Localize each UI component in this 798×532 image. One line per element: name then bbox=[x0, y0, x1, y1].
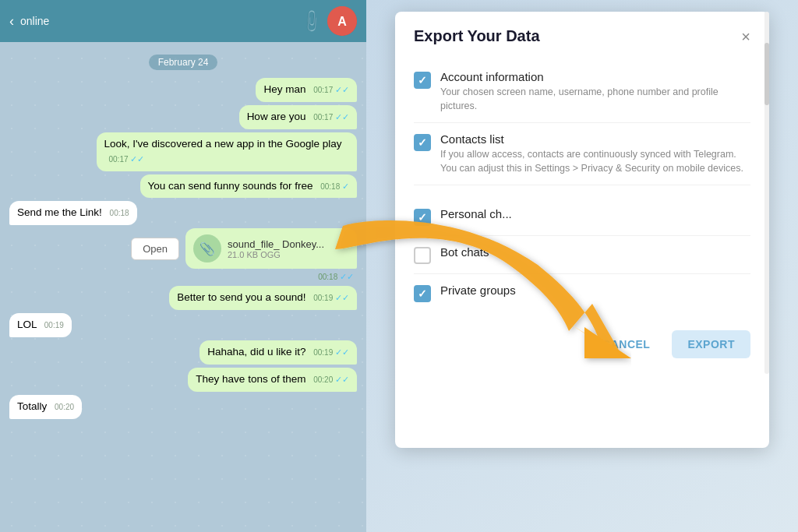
checkmark-icon: ✓ bbox=[418, 136, 427, 149]
message-text: How are you bbox=[247, 111, 306, 122]
message-app-discovery: Look, I've discovered a new app in the G… bbox=[97, 132, 358, 171]
avatar: A bbox=[327, 6, 357, 36]
message-meta: 00:19 ✓✓ bbox=[313, 348, 349, 357]
file-message-time: 00:18 ✓✓ bbox=[318, 273, 354, 281]
message-funny-sounds: You can send funny sounds for free 00:18… bbox=[140, 174, 357, 199]
bot-checkbox[interactable] bbox=[414, 247, 431, 264]
message-meta: 00:17 ✓✓ bbox=[313, 86, 349, 94]
message-meta: 00:18 ✓ bbox=[320, 182, 349, 191]
contacts-desc: If you allow access, contacts are contin… bbox=[440, 148, 750, 175]
scrollbar-thumb bbox=[764, 43, 769, 105]
section-gap bbox=[414, 185, 750, 198]
chat-header: ‹ online 📎 A bbox=[0, 0, 366, 42]
export-dialog: Export Your Data × ✓ Account information… bbox=[395, 12, 769, 448]
account-checkbox[interactable]: ✓ bbox=[414, 72, 431, 89]
cancel-button[interactable]: CANCEL bbox=[593, 332, 659, 357]
open-file-button[interactable]: Open bbox=[131, 238, 179, 260]
export-item-personal: ✓ Personal ch... bbox=[414, 198, 750, 236]
private-checkbox-wrapper: ✓ bbox=[414, 285, 431, 302]
message-text: LOL bbox=[17, 319, 37, 330]
message-text: They have tons of them bbox=[196, 373, 305, 385]
checkmark-icon: ✓ bbox=[418, 211, 427, 224]
message-meta: 00:19 bbox=[44, 321, 64, 329]
dialog-body: ✓ Account information Your chosen screen… bbox=[395, 55, 769, 318]
private-item-content: Private groups bbox=[440, 284, 750, 299]
contacts-label: Contacts list bbox=[440, 132, 750, 146]
chat-body: February 24 Hey man 00:17 ✓✓ How are you… bbox=[0, 42, 366, 532]
message-text: Totally bbox=[17, 400, 47, 412]
back-arrow-icon[interactable]: ‹ bbox=[9, 13, 14, 30]
file-name: sound_file_ Donkey... bbox=[228, 238, 324, 250]
checkmark-icon: ✓ bbox=[418, 287, 427, 300]
message-send-link: Send me the Link! 00:18 bbox=[9, 201, 137, 225]
message-how-are-you: How are you 00:17 ✓✓ bbox=[239, 105, 357, 129]
attachment-icon: 📎 bbox=[298, 8, 325, 35]
message-hey-man: Hey man 00:17 ✓✓ bbox=[256, 78, 357, 102]
message-text: You can send funny sounds for free bbox=[148, 180, 313, 192]
message-meta: 00:19 ✓✓ bbox=[313, 294, 349, 302]
message-meta: 00:17 ✓✓ bbox=[313, 113, 349, 122]
personal-checkbox-wrapper: ✓ bbox=[414, 209, 431, 226]
account-label: Account information bbox=[440, 70, 750, 83]
message-tons-of-them: They have tons of them 00:20 ✓✓ bbox=[188, 368, 357, 392]
message-text: Look, I've discovered a new app in the G… bbox=[104, 138, 342, 150]
account-checkbox-wrapper: ✓ bbox=[414, 72, 431, 89]
message-meta: 00:20 ✓✓ bbox=[313, 375, 349, 384]
message-lol: LOL 00:19 bbox=[9, 313, 72, 337]
contacts-checkbox-wrapper: ✓ bbox=[414, 134, 431, 151]
bot-checkbox-wrapper bbox=[414, 247, 431, 264]
message-hahaha: Hahaha, did u like it? 00:19 ✓✓ bbox=[200, 340, 357, 365]
message-meta: 00:20 bbox=[55, 403, 74, 411]
message-text: Hey man bbox=[263, 83, 305, 95]
message-text: Better to send you a sound! bbox=[177, 291, 305, 303]
svg-text:A: A bbox=[337, 15, 347, 28]
personal-label: Personal ch... bbox=[440, 207, 750, 220]
contacts-item-content: Contacts list If you allow access, conta… bbox=[440, 132, 750, 175]
file-size: 21.0 KB OGG bbox=[228, 250, 324, 259]
account-item-content: Account information Your chosen screen n… bbox=[440, 70, 750, 113]
close-dialog-button[interactable]: × bbox=[741, 29, 750, 44]
checkmark-icon: ✓ bbox=[418, 74, 427, 86]
export-item-bot: Bot chats bbox=[414, 236, 750, 274]
message-text: Send me the Link! bbox=[17, 206, 102, 218]
file-info: sound_file_ Donkey... 21.0 KB OGG bbox=[228, 238, 324, 259]
personal-item-content: Personal ch... bbox=[440, 207, 750, 223]
export-item-account: ✓ Account information Your chosen screen… bbox=[414, 61, 750, 123]
private-label: Private groups bbox=[440, 284, 750, 297]
account-desc: Your chosen screen name, username, phone… bbox=[440, 86, 750, 113]
message-totally: Totally 00:20 bbox=[9, 395, 82, 419]
message-send-sound: Better to send you a sound! 00:19 ✓✓ bbox=[169, 286, 357, 310]
chat-header-right: 📎 A bbox=[302, 6, 357, 36]
message-text: Hahaha, did u like it? bbox=[207, 346, 305, 358]
message-meta: 00:18 bbox=[110, 209, 129, 217]
file-icon: 📎 bbox=[193, 234, 221, 262]
file-bubble: 📎 sound_file_ Donkey... 21.0 KB OGG bbox=[185, 228, 357, 269]
online-status: online bbox=[20, 15, 49, 27]
chat-panel: ‹ online 📎 A February 24 Hey man 00:17 ✓… bbox=[0, 0, 366, 532]
bot-item-content: Bot chats bbox=[440, 245, 750, 261]
chat-header-left: ‹ online bbox=[9, 13, 49, 30]
export-item-private: ✓ Private groups bbox=[414, 274, 750, 312]
export-button[interactable]: EXPORT bbox=[672, 330, 750, 358]
message-file: Open 📎 sound_file_ Donkey... 21.0 KB OGG… bbox=[131, 228, 357, 283]
personal-checkbox[interactable]: ✓ bbox=[414, 209, 431, 226]
message-meta: 00:17 ✓✓ bbox=[109, 155, 145, 164]
private-checkbox[interactable]: ✓ bbox=[414, 285, 431, 302]
date-divider: February 24 bbox=[9, 55, 357, 69]
export-item-contacts: ✓ Contacts list If you allow access, con… bbox=[414, 123, 750, 185]
contacts-checkbox[interactable]: ✓ bbox=[414, 134, 431, 151]
right-panel: Export Your Data × ✓ Account information… bbox=[366, 0, 798, 532]
dialog-title: Export Your Data bbox=[414, 27, 540, 45]
scrollbar-track[interactable] bbox=[764, 12, 769, 374]
dialog-header: Export Your Data × bbox=[395, 12, 769, 55]
dialog-footer: CANCEL EXPORT bbox=[395, 318, 769, 374]
bot-label: Bot chats bbox=[440, 245, 750, 259]
